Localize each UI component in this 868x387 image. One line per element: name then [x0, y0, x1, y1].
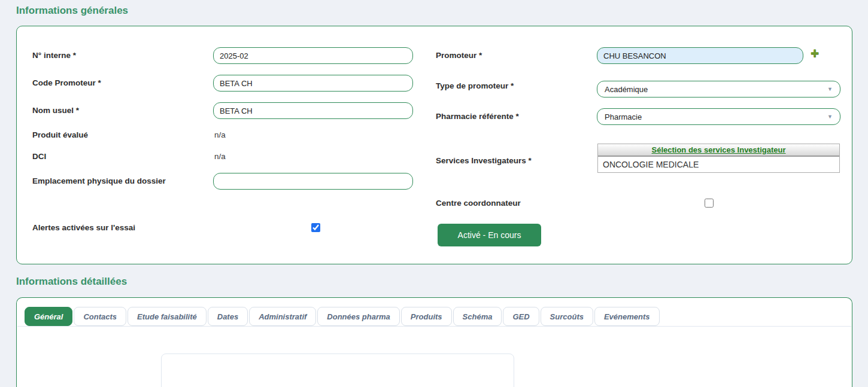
- general-tab-empty-box: [161, 354, 514, 387]
- tab-general[interactable]: Général: [25, 307, 72, 326]
- chevron-down-icon: ▼: [827, 114, 833, 120]
- pharmacie-referente-selected-value: Pharmacie: [605, 112, 642, 121]
- produit-evalue-label: Produit évalué: [32, 130, 88, 139]
- tab-schema[interactable]: Schéma: [453, 307, 502, 326]
- services-investigateurs-box: Sélection des services Investigateur ONC…: [597, 144, 840, 173]
- tab-administratif[interactable]: Administratif: [249, 307, 316, 326]
- services-investigateurs-label: Services Investigateurs *: [436, 156, 532, 165]
- alertes-label: Alertes activées sur l'essai: [32, 223, 135, 232]
- type-promoteur-select[interactable]: Académique ▼: [597, 81, 840, 97]
- tab-ged[interactable]: GED: [503, 307, 539, 326]
- produit-evalue-value: n/a: [214, 130, 226, 139]
- services-selected-item: ONCOLOGIE MEDICALE: [598, 157, 839, 172]
- no-interne-input[interactable]: [213, 47, 413, 64]
- add-promoteur-button[interactable]: ✚: [809, 48, 821, 60]
- pharmacie-referente-label: Pharmacie référente *: [436, 112, 519, 121]
- section-title-details: Informations détaillées: [16, 276, 127, 288]
- tab-dates[interactable]: Dates: [208, 307, 248, 326]
- services-selection-link[interactable]: Sélection des services Investigateur: [652, 145, 786, 154]
- type-promoteur-selected-value: Académique: [605, 85, 648, 94]
- promoteur-input[interactable]: [597, 47, 803, 64]
- emplacement-input[interactable]: [213, 173, 413, 190]
- dci-value: n/a: [214, 152, 226, 161]
- plus-icon: ✚: [811, 48, 819, 59]
- services-selection-header: Sélection des services Investigateur: [598, 144, 839, 157]
- tab-produits[interactable]: Produits: [401, 307, 452, 326]
- tab-evenements[interactable]: Evénements: [594, 307, 660, 326]
- centre-coordonnateur-label: Centre coordonnateur: [436, 199, 521, 208]
- details-panel: Général Contacts Etude faisabilité Dates…: [16, 297, 852, 387]
- promoteur-label: Promoteur *: [436, 51, 482, 60]
- section-title-general: Informations générales: [16, 5, 128, 17]
- tab-donnees-pharma[interactable]: Données pharma: [317, 307, 399, 326]
- code-promoteur-input[interactable]: [213, 75, 413, 92]
- no-interne-label: N° interne *: [32, 51, 76, 60]
- status-button[interactable]: Activé - En cours: [438, 224, 541, 246]
- chevron-down-icon: ▼: [827, 86, 833, 92]
- nom-usuel-label: Nom usuel *: [32, 106, 79, 115]
- pharmacie-referente-select[interactable]: Pharmacie ▼: [597, 108, 840, 125]
- tab-contacts[interactable]: Contacts: [74, 307, 126, 326]
- details-tabbar: Général Contacts Etude faisabilité Dates…: [17, 307, 851, 327]
- tab-etude-faisabilite[interactable]: Etude faisabilité: [128, 307, 207, 326]
- code-promoteur-label: Code Promoteur *: [32, 78, 101, 87]
- type-promoteur-label: Type de promoteur *: [436, 81, 514, 90]
- emplacement-label: Emplacement physique du dossier: [32, 176, 166, 185]
- dci-label: DCI: [32, 152, 46, 161]
- nom-usuel-input[interactable]: [213, 102, 413, 119]
- general-info-panel: N° interne * Code Promoteur * Nom usuel …: [16, 26, 852, 264]
- trial-form-page: Informations générales N° interne * Code…: [0, 0, 868, 387]
- centre-coordonnateur-checkbox[interactable]: [705, 199, 714, 208]
- alertes-checkbox[interactable]: [311, 223, 320, 232]
- tab-surcouts[interactable]: Surcoûts: [541, 307, 593, 326]
